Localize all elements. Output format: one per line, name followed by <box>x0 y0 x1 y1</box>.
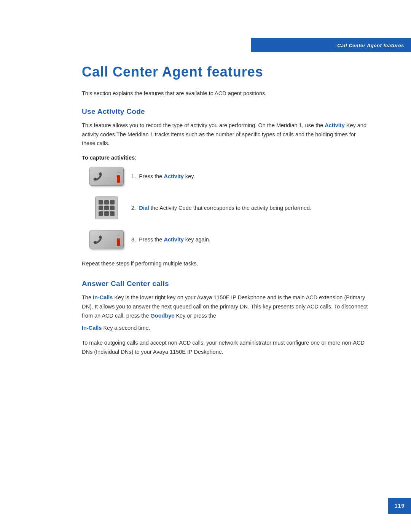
step-1-row: 📞 → 1. Press the Activity key. <box>82 167 370 186</box>
answer-p1-text2: Key is the lower right key on your Avaya… <box>82 294 368 319</box>
dial-dot-5 <box>104 206 109 210</box>
dial-dot-6 <box>110 206 115 210</box>
steps-container: 📞 → 1. Press the Activity key. <box>82 167 370 249</box>
step-3-icon: 📞 → <box>82 230 131 249</box>
step-1-post: key. <box>184 173 195 179</box>
in-calls-link-1: In-Calls <box>93 294 113 300</box>
step-3-text: 3. Press the Activity key again. <box>131 235 370 244</box>
step-3-activity-link: Activity <box>164 236 183 243</box>
in-calls-link-2: In-Calls <box>82 325 102 331</box>
activity-link1: Activity <box>325 122 344 128</box>
phone-icon: 📞 <box>93 172 102 181</box>
step-3-number: 3. <box>131 236 139 243</box>
phone-icon-2: 📞 <box>93 235 102 244</box>
main-content: Call Center Agent features This section … <box>82 64 370 360</box>
step-1-icon: 📞 → <box>82 167 131 186</box>
page-title: Call Center Agent features <box>82 64 370 80</box>
answer-paragraph-2: To make outgoing calls and accept non-AC… <box>82 339 370 357</box>
arrow-icon-2: → <box>116 233 120 238</box>
answer-paragraph-1: The In-Calls Key is the lower right key … <box>82 293 370 321</box>
use-activity-code-title: Use Activity Code <box>82 107 370 116</box>
activity-key-button-icon: 📞 → <box>89 167 124 186</box>
step-2-text: 2. Dial the Activity Code that correspon… <box>131 204 370 212</box>
key-right-section: → <box>116 170 120 183</box>
activity-desc-text1: This feature allows you to record the ty… <box>82 122 325 128</box>
dial-dot-2 <box>104 200 109 204</box>
dial-dot-7 <box>99 211 103 216</box>
page-container: Call Center Agent features Call Center A… <box>0 0 411 532</box>
header-bar-label: Call Center Agent features <box>337 43 404 48</box>
step-1-pre: Press the <box>139 173 164 179</box>
step-2-number: 2. <box>131 205 139 211</box>
to-capture-label: To capture activities: <box>82 155 370 161</box>
dial-dot-3 <box>110 200 115 204</box>
step-2-row: 2. Dial the Activity Code that correspon… <box>82 197 370 219</box>
arrow-icon: → <box>116 170 120 174</box>
step-1-activity-link: Activity <box>164 173 183 179</box>
key-right-section-2: → <box>116 233 120 246</box>
dial-dot-8 <box>104 211 109 216</box>
intro-paragraph: This section explains the features that … <box>82 89 370 97</box>
dial-dot-9 <box>110 211 115 216</box>
step-2-icon <box>82 197 131 219</box>
header-bar: Call Center Agent features <box>251 38 411 52</box>
answer-p1-text4: Key a second time. <box>102 325 150 331</box>
page-number-box: 119 <box>388 498 411 514</box>
dial-dot-1 <box>99 200 103 204</box>
activity-key-button-icon-2: 📞 → <box>89 230 124 249</box>
red-indicator <box>117 175 120 183</box>
dial-dot-4 <box>99 206 103 210</box>
step-2-body: the Activity Code that corresponds to th… <box>149 205 311 211</box>
repeat-text: Repeat these steps if performing multipl… <box>82 260 370 268</box>
step-3-pre: Press the <box>139 236 164 243</box>
step-1-number: 1. <box>131 173 139 179</box>
answer-p1-text1: The <box>82 294 93 300</box>
step-3-post: key again. <box>184 236 210 243</box>
step-3-row: 📞 → 3. Press the Activity key again. <box>82 230 370 249</box>
dial-pad-icon <box>95 197 118 219</box>
red-indicator-2 <box>117 238 120 246</box>
activity-code-description: This feature allows you to record the ty… <box>82 121 370 148</box>
answer-p1-text3: Key or press the <box>174 313 216 319</box>
answer-in-calls-line: In-Calls Key a second time. <box>82 324 370 333</box>
page-number: 119 <box>395 503 405 509</box>
step-1-text: 1. Press the Activity key. <box>131 172 370 181</box>
answer-call-center-title: Answer Call Center calls <box>82 280 370 288</box>
step-2-dial-link: Dial <box>139 205 149 211</box>
goodbye-link: Goodbye <box>151 313 175 319</box>
